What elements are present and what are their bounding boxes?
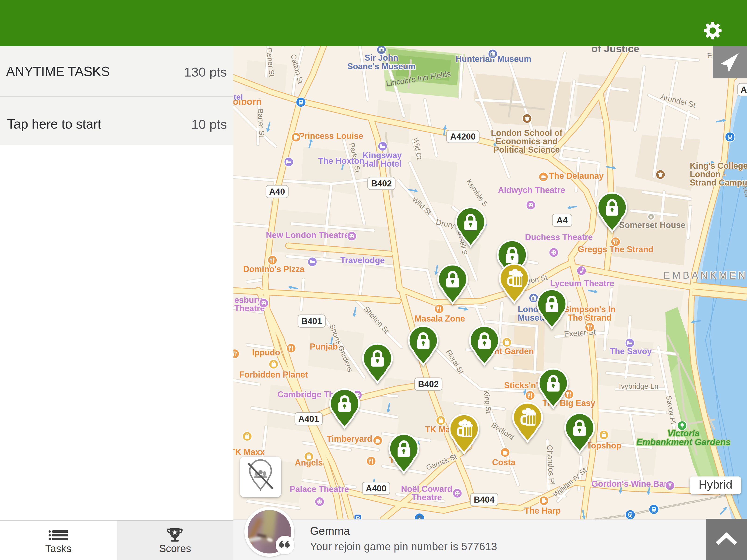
svg-text:EMBANKMENT: EMBANKMENT [664,270,747,281]
svg-text:The Hoxton: The Hoxton [318,156,364,166]
svg-text:Embankment Gardens: Embankment Gardens [636,437,730,447]
svg-text:The Savoy: The Savoy [610,347,652,356]
svg-text:Punjab: Punjab [310,342,338,351]
svg-text:A400: A400 [366,484,386,493]
svg-text:The Delaunay: The Delaunay [549,171,604,181]
svg-text:esbury: esbury [234,295,262,305]
svg-text:Barter St: Barter St [256,108,266,137]
svg-text:Ippudo: Ippudo [252,348,280,357]
svg-text:Hybrid: Hybrid [699,478,732,491]
svg-text:The Strand: The Strand [568,313,612,322]
svg-text:A4200: A4200 [450,132,475,141]
svg-text:Somerset House: Somerset House [619,220,686,230]
svg-text:of Justice: of Justice [591,46,639,54]
svg-text:Kingsway: Kingsway [363,151,402,160]
svg-text:TK Ma: TK Ma [425,425,450,434]
svg-text:London -: London - [690,169,726,179]
svg-text:Ivybridge Ln: Ivybridge Ln [619,382,659,390]
svg-text:B402: B402 [418,379,439,389]
svg-text:Aldwych Theatre: Aldwych Theatre [498,185,565,195]
svg-text:A: A [741,85,747,95]
svg-text:Gordon's Wine Bar: Gordon's Wine Bar [592,479,667,488]
svg-text:Museu: Museu [518,313,544,322]
svg-text:Sticks'n'S: Sticks'n'S [504,380,543,390]
svg-text:Palace Theatre: Palace Theatre [290,484,349,494]
svg-text:Strand Campus: Strand Campus [690,178,747,187]
svg-text:The Harp: The Harp [524,506,561,515]
svg-text:P: P [356,515,360,519]
svg-text:Princess Louise: Princess Louise [299,131,363,141]
svg-text:Topshop: Topshop [586,441,621,450]
svg-text:Masala Zone: Masala Zone [415,314,465,323]
svg-text:Timberyard: Timberyard [327,434,372,444]
svg-text:Forbidden Planet: Forbidden Planet [239,370,308,379]
svg-text:Travelodge: Travelodge [340,256,385,265]
svg-text:Political Science: Political Science [493,145,560,155]
svg-text:Hall Hotel: Hall Hotel [363,159,402,168]
svg-text:otel: otel [233,92,243,101]
svg-text:Simpson's In: Simpson's In [564,304,616,314]
svg-text:London School of: London School of [491,128,563,138]
svg-text:Duchess Theatre: Duchess Theatre [525,232,593,242]
svg-text:A40: A40 [269,187,285,196]
svg-text:New London Theatre: New London Theatre [266,230,349,240]
svg-text:Costa: Costa [492,458,516,467]
svg-text:Soane's Museum: Soane's Museum [347,61,416,71]
svg-text:Lyceum Theatre: Lyceum Theatre [550,278,614,288]
svg-text:A401: A401 [298,414,319,424]
svg-text:Economics and: Economics and [496,136,558,146]
svg-text:King's College: King's College [690,161,747,170]
svg-text:Cambridge Th: Cambridge Th [278,390,334,399]
svg-text:TK Maxx: TK Maxx [233,447,265,457]
svg-text:Theatre: Theatre [412,492,442,502]
svg-text:Noël Coward: Noël Coward [401,484,453,494]
svg-text:A4: A4 [557,216,568,225]
svg-text:Domino's Pizza: Domino's Pizza [243,264,305,274]
svg-text:B404: B404 [474,495,495,504]
svg-text:B402: B402 [371,179,392,188]
svg-text:B401: B401 [301,316,322,326]
